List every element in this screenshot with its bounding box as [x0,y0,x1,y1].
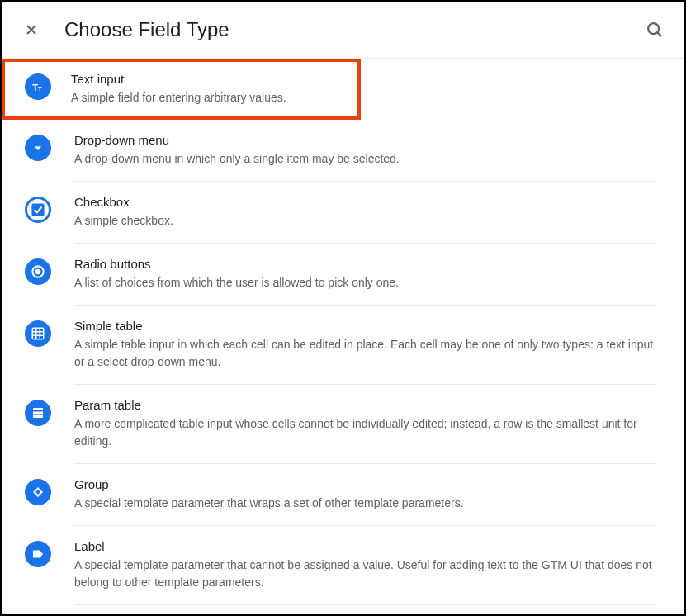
dropdown-icon [25,135,51,161]
search-button[interactable] [645,20,665,40]
svg-point-2 [648,23,659,34]
radio-icon [25,258,51,285]
item-desc: A simple table input in which each cell … [74,336,655,371]
text-icon: T T [25,73,51,100]
item-desc: A list of choices from which the user is… [74,274,655,291]
checkbox-icon [25,197,51,223]
field-type-text-input[interactable]: T T Text input A simple field for enteri… [2,59,361,120]
page-title: Choose Field Type [64,18,622,41]
svg-rect-15 [32,407,44,419]
item-desc: A more complicated table input whose cel… [74,415,655,450]
svg-point-9 [35,269,41,275]
item-title: Text input [71,72,341,86]
item-desc: A drop-down menu in which only a single … [74,150,655,168]
field-type-group[interactable]: Group A special template parameter that … [2,464,684,526]
field-type-checkbox[interactable]: Checkbox A simple checkbox. [2,182,684,244]
item-desc: A simple field for entering arbitrary va… [71,89,341,107]
svg-rect-10 [32,328,44,339]
svg-text:T: T [32,83,38,92]
search-icon [646,21,664,39]
group-icon [25,479,51,505]
field-type-dropdown[interactable]: Drop-down menu A drop-down menu in which… [2,120,684,182]
label-icon [25,541,51,567]
item-title: Simple table [74,319,655,333]
item-title: Label [74,539,655,553]
param-table-icon [25,400,51,426]
item-desc: A special template parameter that wraps … [74,495,655,512]
close-button[interactable] [21,20,41,40]
field-type-simple-table[interactable]: Simple table A simple table input in whi… [2,306,684,385]
svg-text:T: T [38,85,42,92]
item-title: Radio buttons [74,257,655,271]
item-title: Group [74,477,655,491]
field-type-radio[interactable]: Radio buttons A list of choices from whi… [2,244,684,306]
item-title: Param table [74,398,655,412]
header: Choose Field Type [2,2,684,58]
item-title: Checkbox [74,195,655,209]
field-type-param-table[interactable]: Param table A more complicated table inp… [2,385,684,464]
item-desc: A simple checkbox. [74,212,655,230]
table-icon [25,320,51,347]
svg-marker-6 [35,146,41,150]
svg-rect-7 [31,203,44,216]
close-icon [23,21,40,38]
svg-line-3 [657,32,661,36]
field-type-label[interactable]: Label A special template parameter that … [2,526,684,605]
item-title: Drop-down menu [74,133,655,147]
item-desc: A special template parameter that cannot… [74,557,655,591]
